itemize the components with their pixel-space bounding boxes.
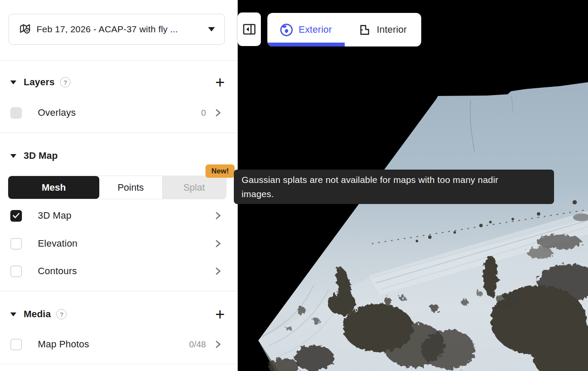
divider — [0, 291, 238, 291]
row-label: Map Photos — [38, 339, 89, 350]
help-icon[interactable]: ? — [60, 77, 70, 87]
overlays-checkbox[interactable] — [10, 107, 22, 119]
row-label: Overlays — [38, 107, 76, 118]
section-title: 3D Map — [24, 150, 58, 161]
tab-exterior[interactable]: Exterior — [267, 13, 344, 46]
collapse-sidebar-button[interactable] — [238, 12, 261, 46]
divider — [0, 60, 238, 61]
map-version-selector[interactable]: Feb 17, 2026 - ACAP-37 with fly ... — [9, 14, 225, 45]
map3d-mode-segmented-control: Mesh Points Splat — [8, 176, 227, 199]
row-contours[interactable]: Contours — [10, 261, 227, 281]
map-photos-checkbox[interactable] — [10, 339, 22, 350]
map-version-label: Feb 17, 2026 - ACAP-37 with fly ... — [37, 24, 203, 34]
collapse-caret-icon[interactable] — [10, 154, 16, 158]
tab-label: Exterior — [299, 24, 332, 35]
collapse-caret-icon[interactable] — [10, 80, 16, 84]
collapse-caret-icon[interactable] — [10, 312, 16, 316]
row-overlays[interactable]: Overlays 0 — [10, 102, 227, 123]
row-3d-map[interactable]: 3D Map — [10, 205, 227, 226]
row-elevation[interactable]: Elevation — [10, 233, 227, 254]
active-tab-indicator — [267, 43, 345, 46]
floorplan-icon — [358, 24, 371, 36]
chevron-right-icon[interactable] — [214, 340, 221, 348]
segment-points[interactable]: Points — [99, 176, 162, 199]
row-map-photos[interactable]: Map Photos 0/48 — [10, 334, 227, 355]
globe-icon — [280, 23, 293, 37]
section-title: Media — [24, 309, 51, 320]
layers-section-header: Layers ? + — [10, 72, 227, 93]
segment-splat[interactable]: Splat — [162, 176, 226, 199]
map-icon — [18, 23, 31, 35]
help-icon[interactable]: ? — [56, 309, 67, 319]
segment-mesh[interactable]: Mesh — [8, 176, 99, 199]
collapse-panel-icon — [242, 23, 256, 35]
section-title: Layers — [24, 77, 55, 88]
contours-checkbox[interactable] — [10, 266, 22, 277]
map3d-checkbox[interactable] — [10, 210, 22, 222]
overlays-count: 0 — [201, 108, 206, 118]
app-window: Feb 17, 2026 - ACAP-37 with fly ... Laye… — [0, 0, 588, 371]
divider — [0, 133, 238, 133]
chevron-right-icon[interactable] — [214, 267, 221, 275]
row-label: Elevation — [38, 238, 77, 249]
tab-interior[interactable]: Interior — [344, 13, 421, 46]
chevron-right-icon[interactable] — [214, 109, 221, 117]
viewer-mode-tabs: Exterior Interior — [267, 13, 421, 46]
layers-sidebar: Feb 17, 2026 - ACAP-37 with fly ... Laye… — [0, 0, 238, 371]
row-label: Contours — [38, 266, 77, 277]
divider — [0, 364, 238, 364]
row-label: 3D Map — [38, 210, 71, 221]
elevation-checkbox[interactable] — [10, 238, 22, 250]
new-feature-badge: New! — [205, 164, 235, 178]
add-media-button[interactable]: + — [215, 308, 225, 321]
splat-unavailable-tooltip: Gaussian splats are not available for ma… — [234, 170, 554, 204]
map-photos-count: 0/48 — [189, 340, 206, 349]
chevron-down-icon — [208, 27, 215, 31]
map3d-section-header: 3D Map — [10, 145, 227, 166]
tab-label: Interior — [377, 24, 407, 35]
media-section-header: Media ? + — [10, 304, 227, 325]
add-layer-button[interactable]: + — [215, 76, 225, 89]
chevron-right-icon[interactable] — [214, 212, 221, 220]
chevron-right-icon[interactable] — [214, 240, 221, 247]
